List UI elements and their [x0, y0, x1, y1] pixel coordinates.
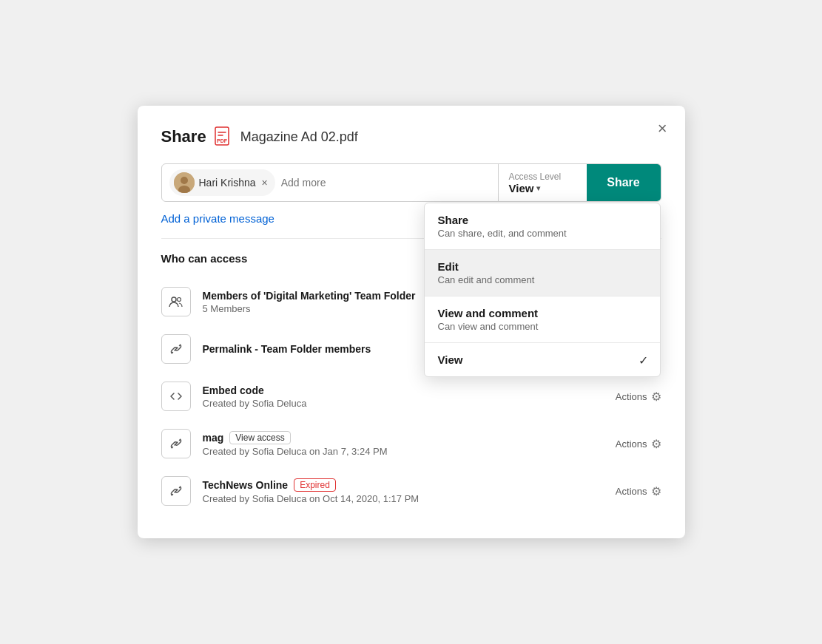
- actions-label: Actions: [616, 486, 647, 497]
- actions-button[interactable]: Actions ⚙: [616, 390, 661, 404]
- svg-point-3: [181, 177, 188, 184]
- list-item: TechNews Online Expired Created by Sofia…: [161, 467, 661, 515]
- team-icon: [161, 287, 191, 316]
- share-input-area: Hari Krishna ×: [162, 164, 498, 201]
- user-chip: Hari Krishna ×: [169, 169, 275, 196]
- access-item-info: mag View access Created by Sofia Deluca …: [203, 431, 604, 457]
- link-icon: [161, 334, 191, 364]
- share-modal: Share PDF Magazine Ad 02.pdf × Hari K: [138, 106, 685, 538]
- expired-badge: Expired: [294, 478, 336, 492]
- add-more-input[interactable]: [281, 177, 491, 189]
- dropdown-item-share[interactable]: Share Can share, edit, and comment: [425, 203, 660, 249]
- dropdown-item-edit[interactable]: Edit Can edit and comment: [425, 250, 660, 296]
- pdf-icon: PDF: [214, 126, 235, 147]
- gear-icon: ⚙: [651, 484, 661, 498]
- actions-button[interactable]: Actions ⚙: [616, 484, 661, 498]
- user-chip-name: Hari Krishna: [199, 177, 256, 189]
- svg-point-5: [172, 297, 176, 302]
- view-access-badge: View access: [229, 431, 290, 444]
- dropdown-item-view[interactable]: View ✓: [425, 343, 660, 376]
- link-icon: [161, 476, 191, 506]
- chevron-down-icon: ▾: [536, 184, 540, 192]
- avatar-image: [174, 172, 195, 193]
- access-item-name: TechNews Online Expired: [203, 478, 604, 492]
- private-message-link[interactable]: Add a private message: [161, 212, 274, 225]
- list-item: Embed code Created by Sofia Deluca Actio…: [161, 373, 661, 420]
- dropdown-item-view-comment[interactable]: View and comment Can view and comment: [425, 296, 660, 342]
- dropdown-item-share-title: Share: [438, 214, 647, 226]
- access-item-sub: Created by Sofia Deluca on Jan 7, 3:24 P…: [203, 446, 604, 457]
- access-dropdown: Share Can share, edit, and comment Edit …: [424, 203, 661, 377]
- user-chip-remove-button[interactable]: ×: [260, 177, 268, 188]
- gear-icon: ⚙: [651, 390, 661, 404]
- dropdown-item-view-title: View: [438, 353, 647, 366]
- modal-header: Share PDF Magazine Ad 02.pdf ×: [161, 126, 661, 147]
- access-level-label: Access Level: [509, 172, 576, 182]
- avatar: [174, 172, 195, 193]
- actions-label: Actions: [616, 391, 647, 402]
- svg-point-6: [177, 298, 181, 302]
- access-level-value: View ▾: [509, 182, 576, 194]
- checkmark-icon: ✓: [639, 353, 648, 367]
- list-item: mag View access Created by Sofia Deluca …: [161, 420, 661, 467]
- access-item-name: mag View access: [203, 431, 604, 444]
- actions-label: Actions: [616, 438, 647, 450]
- svg-text:PDF: PDF: [217, 138, 228, 143]
- dropdown-item-share-desc: Can share, edit, and comment: [438, 228, 647, 239]
- modal-title: Share: [161, 127, 206, 146]
- share-row: Hari Krishna × Access Level View ▾ Share…: [161, 163, 661, 202]
- access-item-sub: Created by Sofia Deluca: [203, 398, 604, 409]
- access-item-name: Embed code: [203, 384, 604, 396]
- access-item-info: Embed code Created by Sofia Deluca: [203, 384, 604, 409]
- embed-icon: [161, 382, 191, 411]
- file-name: Magazine Ad 02.pdf: [240, 129, 358, 145]
- dropdown-item-edit-title: Edit: [438, 260, 647, 273]
- dropdown-item-view-comment-title: View and comment: [438, 307, 647, 319]
- access-item-sub: Created by Sofia Deluca on Oct 14, 2020,…: [203, 493, 604, 504]
- access-item-info: TechNews Online Expired Created by Sofia…: [203, 478, 604, 504]
- dropdown-item-view-comment-desc: Can view and comment: [438, 321, 647, 332]
- access-level-dropdown-trigger[interactable]: Access Level View ▾ Share Can share, edi…: [498, 164, 587, 201]
- share-button[interactable]: Share: [587, 164, 661, 201]
- link-icon: [161, 429, 191, 458]
- actions-button[interactable]: Actions ⚙: [616, 437, 661, 451]
- dropdown-item-edit-desc: Can edit and comment: [438, 274, 647, 285]
- gear-icon: ⚙: [651, 437, 661, 451]
- close-button[interactable]: ×: [658, 121, 667, 137]
